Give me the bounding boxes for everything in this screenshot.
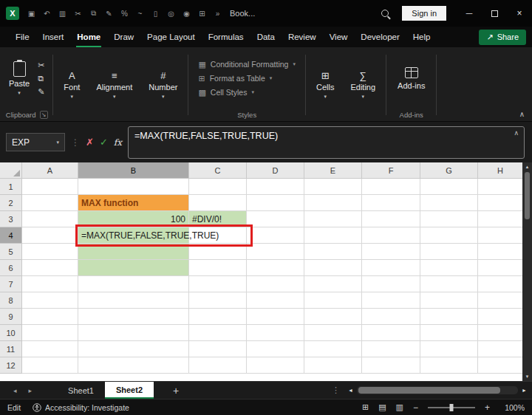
clipboard-dialog-launcher-icon[interactable]: ↘ bbox=[40, 111, 48, 119]
cell-B3[interactable]: 100 bbox=[78, 211, 189, 227]
share-button[interactable]: ↗ Share bbox=[479, 30, 526, 45]
cell-G11[interactable] bbox=[420, 341, 478, 357]
column-header-C[interactable]: C bbox=[189, 162, 247, 179]
cell-C5[interactable] bbox=[189, 244, 247, 260]
formula-input[interactable]: =MAX(TRUE,FALSE,TRUE,TRUE) ∧ bbox=[128, 126, 525, 159]
cell-A9[interactable] bbox=[22, 309, 78, 325]
paste-button[interactable]: Paste ▾ bbox=[9, 61, 30, 96]
cell-G12[interactable] bbox=[420, 357, 478, 374]
cell-B11[interactable] bbox=[78, 341, 189, 357]
scroll-right-icon[interactable]: ► bbox=[519, 388, 529, 393]
cell-H6[interactable] bbox=[478, 260, 522, 276]
draw-icon[interactable]: ~ bbox=[132, 10, 148, 18]
cell-B7[interactable] bbox=[78, 276, 189, 292]
cell-A8[interactable] bbox=[22, 292, 78, 309]
horizontal-scrollbar[interactable]: ◄ ► bbox=[346, 382, 532, 399]
cell-B2[interactable]: MAX function bbox=[78, 195, 189, 211]
scroll-up-icon[interactable]: ▲ bbox=[525, 165, 530, 169]
link-icon[interactable]: ◎ bbox=[163, 10, 179, 18]
cell-C8[interactable] bbox=[189, 292, 247, 309]
cell-A6[interactable] bbox=[22, 260, 78, 276]
add-ins-button[interactable]: Add-ins bbox=[389, 67, 434, 90]
save-icon[interactable]: ▣ bbox=[24, 10, 39, 18]
cell-D11[interactable] bbox=[247, 341, 304, 357]
sheet-bar-menu-icon[interactable]: ⋮ bbox=[326, 385, 346, 395]
cell-B10[interactable] bbox=[78, 325, 189, 341]
cell-H1[interactable] bbox=[478, 179, 522, 195]
cell-F1[interactable] bbox=[362, 179, 420, 195]
cell-H7[interactable] bbox=[478, 276, 522, 292]
sheet-tab-sheet1[interactable]: Sheet1 bbox=[57, 382, 105, 399]
ribbon-tab-developer[interactable]: Developer bbox=[354, 27, 406, 47]
search-icon[interactable] bbox=[381, 10, 389, 17]
zoom-in-button[interactable]: + bbox=[485, 402, 490, 413]
cell-D6[interactable] bbox=[247, 260, 304, 276]
cell-E4[interactable] bbox=[304, 227, 362, 244]
cell-B12[interactable] bbox=[78, 357, 189, 374]
select-all-button[interactable] bbox=[0, 162, 22, 179]
cell-E3[interactable] bbox=[304, 211, 362, 227]
cell-D2[interactable] bbox=[247, 195, 304, 211]
vertical-scroll-thumb[interactable] bbox=[525, 172, 530, 219]
cell-A12[interactable] bbox=[22, 357, 78, 374]
zoom-level[interactable]: 100% bbox=[499, 403, 525, 412]
cell-D12[interactable] bbox=[247, 357, 304, 374]
cell-C12[interactable] bbox=[189, 357, 247, 374]
cell-H5[interactable] bbox=[478, 244, 522, 260]
cell-G4[interactable] bbox=[420, 227, 478, 244]
number-group-button[interactable]: #Number▾ bbox=[140, 49, 185, 121]
row-header-7[interactable]: 7 bbox=[0, 276, 22, 292]
sheet-nav-right-icon[interactable]: ▸ bbox=[23, 387, 38, 394]
column-header-D[interactable]: D bbox=[247, 162, 304, 179]
ribbon-tab-draw[interactable]: Draw bbox=[107, 27, 140, 47]
cell-D10[interactable] bbox=[247, 325, 304, 341]
name-box[interactable]: EXP ▾ bbox=[6, 133, 65, 151]
cell-H10[interactable] bbox=[478, 325, 522, 341]
cell-F2[interactable] bbox=[362, 195, 420, 211]
table-icon[interactable]: ⊞ bbox=[194, 10, 210, 18]
cell-H12[interactable] bbox=[478, 357, 522, 374]
cell-E1[interactable] bbox=[304, 179, 362, 195]
row-header-5[interactable]: 5 bbox=[0, 244, 22, 260]
row-header-4[interactable]: 4 bbox=[0, 227, 22, 244]
row-header-12[interactable]: 12 bbox=[0, 357, 22, 374]
new-document-icon[interactable]: ▯ bbox=[148, 10, 163, 18]
cell-C1[interactable] bbox=[189, 179, 247, 195]
cell-B9[interactable] bbox=[78, 309, 189, 325]
excel-logo-icon[interactable]: X bbox=[6, 7, 19, 20]
column-header-B[interactable]: B bbox=[78, 162, 189, 179]
cell-G6[interactable] bbox=[420, 260, 478, 276]
cell-G3[interactable] bbox=[420, 211, 478, 227]
cells-group-button[interactable]: ⊞Cells▾ bbox=[308, 49, 342, 121]
cell-H8[interactable] bbox=[478, 292, 522, 309]
sheet-nav-left-icon[interactable]: ◂ bbox=[7, 387, 23, 394]
cell-D7[interactable] bbox=[247, 276, 304, 292]
ribbon-tab-page-layout[interactable]: Page Layout bbox=[140, 27, 202, 47]
normal-view-button[interactable]: ⊞ bbox=[362, 402, 369, 412]
cell-D4[interactable] bbox=[247, 227, 304, 244]
cell-D5[interactable] bbox=[247, 244, 304, 260]
maximize-button[interactable] bbox=[482, 0, 507, 27]
cell-G1[interactable] bbox=[420, 179, 478, 195]
sign-in-button[interactable]: Sign in bbox=[402, 6, 446, 21]
cell-B4[interactable]: =MAX(TRUE,FALSE,TRUE,TRUE) bbox=[78, 227, 189, 244]
cell-F3[interactable] bbox=[362, 211, 420, 227]
cell-H11[interactable] bbox=[478, 341, 522, 357]
cell-G2[interactable] bbox=[420, 195, 478, 211]
ribbon-tab-review[interactable]: Review bbox=[282, 27, 323, 47]
column-header-E[interactable]: E bbox=[304, 162, 362, 179]
alignment-group-button[interactable]: ≡Alignment▾ bbox=[88, 49, 140, 121]
cell-F4[interactable] bbox=[362, 227, 420, 244]
row-header-3[interactable]: 3 bbox=[0, 211, 22, 227]
cell-E7[interactable] bbox=[304, 276, 362, 292]
zoom-slider-thumb[interactable] bbox=[449, 404, 453, 411]
ribbon-tab-formulas[interactable]: Formulas bbox=[202, 27, 250, 47]
cell-F10[interactable] bbox=[362, 325, 420, 341]
column-header-F[interactable]: F bbox=[362, 162, 420, 179]
cell-A1[interactable] bbox=[22, 179, 78, 195]
cell-G8[interactable] bbox=[420, 292, 478, 309]
cell-F6[interactable] bbox=[362, 260, 420, 276]
cell-F5[interactable] bbox=[362, 244, 420, 260]
conditional-formatting-button[interactable]: ▦Conditional Formatting▾ bbox=[198, 60, 296, 69]
cell-A4[interactable] bbox=[22, 227, 78, 244]
